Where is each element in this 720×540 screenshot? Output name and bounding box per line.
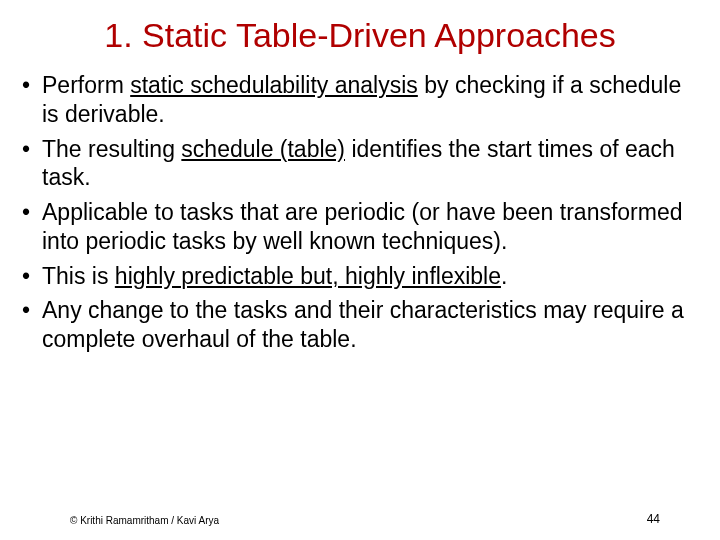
list-item: Any change to the tasks and their charac…: [18, 296, 702, 354]
bullet-text: .: [501, 263, 507, 289]
bullet-list: Perform static schedulability analysis b…: [18, 71, 702, 354]
bullet-text: Applicable to tasks that are periodic (o…: [42, 199, 683, 254]
list-item: Applicable to tasks that are periodic (o…: [18, 198, 702, 256]
copyright-text: © Krithi Ramamritham / Kavi Arya: [70, 515, 219, 526]
underlined-text: highly predictable but, highly inflexibl…: [115, 263, 501, 289]
bullet-text: Any change to the tasks and their charac…: [42, 297, 684, 352]
footer: © Krithi Ramamritham / Kavi Arya 44: [0, 508, 720, 526]
list-item: This is highly predictable but, highly i…: [18, 262, 702, 291]
bullet-text: Perform: [42, 72, 130, 98]
underlined-text: schedule (table): [181, 136, 345, 162]
page-number: 44: [647, 512, 660, 526]
slide: 1. Static Table-Driven Approaches Perfor…: [0, 0, 720, 540]
slide-title: 1. Static Table-Driven Approaches: [0, 0, 720, 63]
bullet-text: The resulting: [42, 136, 181, 162]
bullet-text: This is: [42, 263, 115, 289]
list-item: Perform static schedulability analysis b…: [18, 71, 702, 129]
underlined-text: static schedulability analysis: [130, 72, 418, 98]
list-item: The resulting schedule (table) identifie…: [18, 135, 702, 193]
